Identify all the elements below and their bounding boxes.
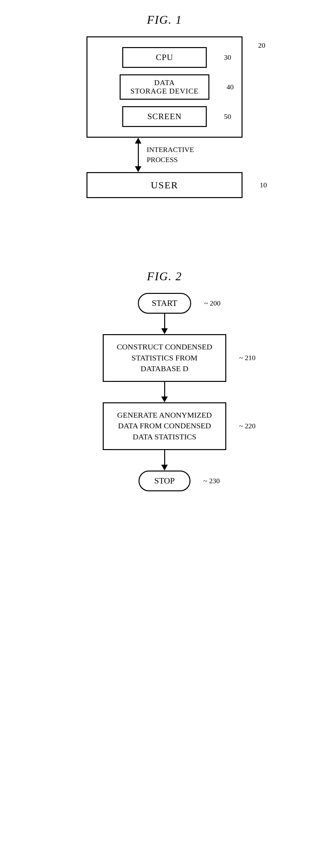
page-container: FIG. 1 CPU 30 DATA STORAGE DEVICE 40 — [0, 0, 329, 504]
stop-text: STOP — [154, 476, 174, 486]
storage-box: DATA STORAGE DEVICE — [120, 74, 209, 100]
interactive-arrow-section: INTERACTIVE PROCESS — [135, 138, 194, 172]
start-label: ~ 200 — [204, 299, 220, 308]
cpu-box: CPU — [122, 47, 207, 68]
step2-node: GENERATE ANONYMIZED DATA FROM CONDENSED … — [103, 402, 226, 450]
screen-box: SCREEN — [122, 106, 207, 127]
step1-label: ~ 210 — [239, 353, 255, 362]
system-wrapper: CPU 30 DATA STORAGE DEVICE 40 SCREEN — [86, 36, 243, 138]
system-number: 20 — [258, 41, 265, 50]
step2-label: ~ 220 — [239, 422, 255, 430]
arrow-row: INTERACTIVE PROCESS — [135, 138, 194, 172]
interactive-label: INTERACTIVE PROCESS — [147, 145, 194, 165]
screen-wrapper: SCREEN 50 — [122, 106, 207, 127]
arrow-1 — [161, 314, 168, 334]
interactive-line2: PROCESS — [147, 156, 177, 164]
arrow-head-2 — [161, 397, 168, 402]
fig2-title: FIG. 2 — [147, 270, 182, 283]
step2-line3: DATA STATISTICS — [133, 433, 196, 441]
stop-label: ~ 230 — [203, 477, 220, 485]
screen-number: 50 — [224, 112, 231, 121]
step2-wrapper: GENERATE ANONYMIZED DATA FROM CONDENSED … — [103, 402, 226, 450]
start-node: START — [138, 293, 191, 314]
arrow-3 — [161, 450, 168, 470]
arrow-line-3 — [164, 450, 165, 465]
arrow-head-up — [135, 138, 141, 144]
stop-wrapper: STOP ~ 230 — [138, 470, 191, 491]
arrow-2 — [161, 382, 168, 402]
arrow-line-1 — [164, 314, 165, 328]
stop-node: STOP — [138, 470, 191, 491]
step2-line2: DATA FROM CONDENSED — [118, 422, 211, 430]
user-box: USER — [86, 172, 243, 198]
fig1-title: FIG. 1 — [147, 13, 182, 27]
step1-line2: STATISTICS FROM DATABASE D — [132, 353, 198, 373]
screen-label: SCREEN — [147, 112, 182, 121]
step1-line1: CONSTRUCT CONDENSED — [117, 343, 212, 351]
arrow-head-1 — [161, 328, 168, 334]
start-wrapper: START ~ 200 — [138, 293, 191, 314]
storage-line1: DATA — [154, 79, 175, 87]
arrow-line-2 — [164, 382, 165, 397]
user-wrapper: USER 10 — [86, 172, 243, 198]
system-box: CPU 30 DATA STORAGE DEVICE 40 SCREEN — [86, 36, 243, 138]
cpu-number: 30 — [224, 53, 231, 62]
cpu-wrapper: CPU 30 — [122, 47, 207, 68]
step2-line1: GENERATE ANONYMIZED — [117, 411, 212, 419]
fig2-container: FIG. 2 START ~ 200 CONSTRUCT CONDENSED S… — [20, 270, 309, 491]
storage-number: 40 — [227, 83, 234, 91]
start-text: START — [152, 299, 177, 308]
user-text: USER — [151, 180, 179, 190]
arrow-head-down — [135, 166, 141, 172]
cpu-label: CPU — [156, 53, 173, 62]
interactive-line1: INTERACTIVE — [147, 146, 194, 154]
arrow-head-3 — [161, 465, 168, 470]
step1-wrapper: CONSTRUCT CONDENSED STATISTICS FROM DATA… — [103, 334, 226, 382]
user-number: 10 — [260, 181, 267, 189]
storage-line2: STORAGE DEVICE — [130, 87, 199, 95]
double-arrow — [135, 138, 141, 172]
arrow-shaft — [138, 144, 139, 166]
step1-node: CONSTRUCT CONDENSED STATISTICS FROM DATA… — [103, 334, 226, 382]
flowchart: START ~ 200 CONSTRUCT CONDENSED STATISTI… — [103, 293, 226, 491]
fig1-container: FIG. 1 CPU 30 DATA STORAGE DEVICE 40 — [20, 13, 309, 198]
storage-wrapper: DATA STORAGE DEVICE 40 — [120, 74, 209, 100]
